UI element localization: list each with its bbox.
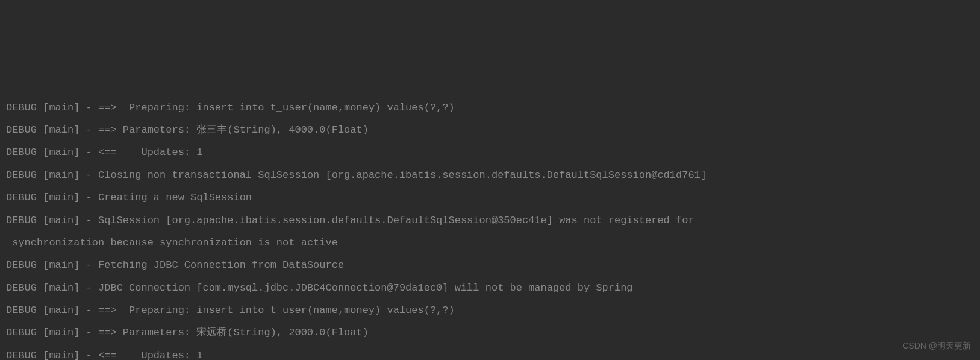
log-line: DEBUG [main] - ==> Preparing: insert int… <box>6 299 974 321</box>
log-line: DEBUG [main] - SqlSession [org.apache.ib… <box>6 209 974 232</box>
log-line: DEBUG [main] - Fetching JDBC Connection … <box>6 254 974 276</box>
log-line: DEBUG [main] - ==> Parameters: 宋远桥(Strin… <box>6 321 974 344</box>
log-line: synchronization because synchronization … <box>6 232 974 254</box>
log-line: DEBUG [main] - Creating a new SqlSession <box>6 186 974 209</box>
log-line: DEBUG [main] - <== Updates: 1 <box>6 344 974 360</box>
watermark-text: CSDN @明天更新 <box>902 336 971 355</box>
log-line: DEBUG [main] - Closing non transactional… <box>6 164 974 186</box>
log-line: DEBUG [main] - JDBC Connection [com.mysq… <box>6 277 974 299</box>
log-line: DEBUG [main] - ==> Parameters: 张三丰(Strin… <box>6 119 974 141</box>
log-line: DEBUG [main] - <== Updates: 1 <box>6 141 974 163</box>
log-line: DEBUG [main] - ==> Preparing: insert int… <box>6 96 974 119</box>
console-output: DEBUG [main] - ==> Preparing: insert int… <box>6 96 974 360</box>
